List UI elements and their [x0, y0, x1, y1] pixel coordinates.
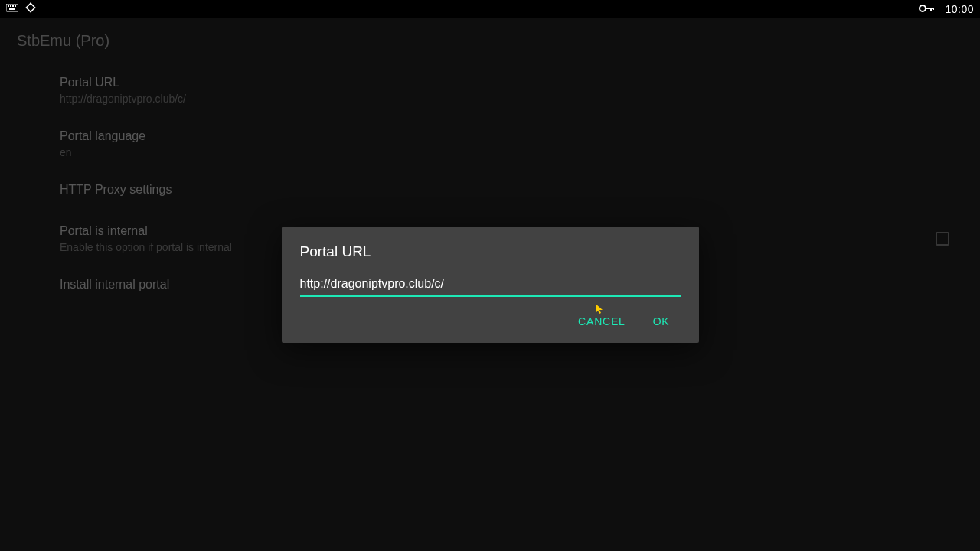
svg-point-7 — [920, 5, 926, 11]
svg-rect-2 — [10, 5, 11, 7]
svg-rect-8 — [926, 8, 933, 9]
svg-rect-10 — [933, 8, 934, 10]
svg-rect-9 — [930, 8, 932, 11]
svg-rect-4 — [15, 5, 16, 7]
vpn-key-icon — [919, 2, 934, 16]
portal-url-input[interactable] — [300, 274, 681, 297]
cancel-button[interactable]: CANCEL — [567, 308, 636, 335]
ok-button[interactable]: OK — [642, 308, 681, 335]
svg-rect-3 — [12, 5, 14, 7]
portal-url-dialog: Portal URL CANCEL OK — [282, 227, 699, 343]
svg-rect-5 — [9, 8, 15, 10]
svg-rect-0 — [6, 4, 18, 11]
dialog-overlay: Portal URL CANCEL OK — [0, 18, 980, 551]
clock: 10:00 — [945, 3, 974, 15]
dialog-title: Portal URL — [300, 243, 681, 260]
rotation-lock-icon — [24, 2, 37, 17]
app-content: StbEmu (Pro) Portal URL http://dragonipt… — [0, 18, 980, 551]
status-bar: 10:00 — [0, 0, 980, 18]
svg-rect-1 — [8, 5, 9, 7]
keyboard-icon — [6, 2, 18, 16]
svg-rect-6 — [26, 3, 34, 11]
